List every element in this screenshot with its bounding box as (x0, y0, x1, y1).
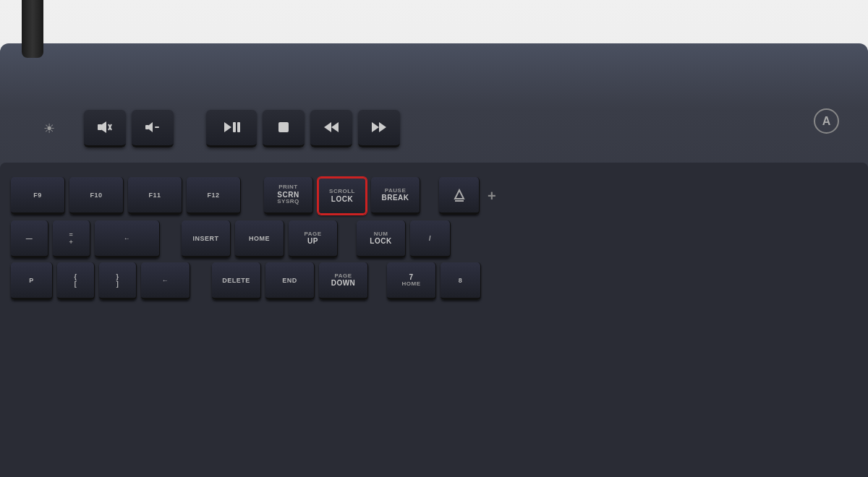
f-key-row: F9 F10 F11 F12 PRINT SCRN SYSRQ (11, 177, 857, 215)
play-pause-key[interactable] (206, 110, 257, 147)
svg-marker-5 (149, 122, 153, 132)
scroll-lock-key[interactable]: SCROLL LOCK (318, 177, 367, 215)
up-label: UP (307, 237, 318, 245)
backspace-key[interactable]: ← (95, 220, 160, 258)
plus-icon: + (488, 188, 496, 205)
insert-key[interactable]: INSERT (182, 220, 231, 258)
dash-label: — (26, 235, 33, 242)
close-brace: } (116, 273, 119, 280)
num8-label: 8 (459, 277, 463, 284)
close-bracket-key[interactable]: } ] (99, 262, 137, 300)
backslash-key[interactable]: ← (141, 262, 190, 300)
svg-marker-1 (102, 121, 106, 133)
keys-area: F9 F10 F11 F12 PRINT SCRN SYSRQ (0, 163, 868, 477)
page-down-key[interactable]: PAGE DOWN (319, 262, 368, 300)
prev-key[interactable] (310, 110, 352, 147)
keyboard-body: ☀ (0, 43, 868, 477)
brand-logo: A (814, 108, 839, 134)
p-label: P (29, 277, 34, 284)
svg-marker-12 (324, 122, 331, 132)
f10-label: F10 (90, 192, 102, 199)
num-lock-key[interactable]: NUM LOCK (357, 220, 406, 258)
break-label: BREAK (381, 194, 409, 202)
page-dn-label: PAGE (334, 273, 352, 280)
brightness-icon: ☀ (43, 121, 55, 137)
num-label: NUM (374, 231, 388, 238)
backspace-label: ← (124, 235, 131, 242)
dash-key[interactable]: — (11, 220, 48, 258)
media-group-2 (206, 110, 400, 147)
lock-label: LOCK (331, 195, 353, 203)
svg-marker-7 (224, 122, 231, 132)
svg-marker-13 (372, 122, 379, 132)
num7-home: HOME (402, 281, 421, 288)
f12-key[interactable]: F12 (187, 177, 241, 215)
open-bracket-key[interactable]: { [ (57, 262, 95, 300)
equals-top: = (69, 231, 74, 239)
f9-key[interactable]: F9 (11, 177, 65, 215)
open-brace: { (74, 273, 77, 280)
close-bracket: ] (116, 280, 119, 288)
plus-label-small: + (69, 239, 74, 246)
equals-key[interactable]: = + (53, 220, 90, 258)
numpad-slash-key[interactable]: / (410, 220, 451, 258)
p-key[interactable]: P (11, 262, 53, 300)
enter-small-label: ← (162, 277, 169, 284)
delete-key[interactable]: DELETE (212, 262, 261, 300)
main-row-1: — = + ← INSERT HOME PAGE (11, 220, 857, 258)
keyboard-scene: ☀ (0, 0, 868, 477)
insert-label: INSERT (192, 235, 218, 242)
f11-key[interactable]: F11 (128, 177, 182, 215)
home-key[interactable]: HOME (235, 220, 284, 258)
svg-marker-11 (331, 122, 339, 132)
numlock-label: LOCK (370, 237, 391, 245)
svg-rect-4 (145, 125, 149, 129)
pause-label: PAUSE (385, 188, 406, 194)
f12-label: F12 (207, 192, 219, 199)
svg-rect-9 (237, 122, 240, 132)
page-label: PAGE (304, 231, 321, 238)
f11-label: F11 (148, 192, 161, 199)
media-group-1 (84, 110, 174, 147)
media-row: ☀ (0, 98, 868, 159)
special-key-1[interactable] (439, 177, 480, 215)
pause-break-key[interactable]: PAUSE BREAK (371, 177, 420, 215)
volume-down-key[interactable] (132, 110, 174, 147)
numpad-7-key[interactable]: 7 HOME (387, 262, 436, 300)
open-bracket: [ (75, 280, 77, 288)
stop-key[interactable] (263, 110, 305, 147)
mute-key[interactable] (84, 110, 126, 147)
print-screen-key[interactable]: PRINT SCRN SYSRQ (264, 177, 313, 215)
end-label: END (282, 277, 297, 284)
f9-label: F9 (33, 192, 42, 199)
f10-key[interactable]: F10 (69, 177, 124, 215)
numpad-8-key[interactable]: 8 (441, 262, 481, 300)
svg-marker-14 (379, 122, 386, 132)
next-key[interactable] (358, 110, 400, 147)
numpad-slash-label: / (429, 235, 431, 242)
print-label: PRINT (278, 184, 298, 191)
down-label: DOWN (331, 279, 356, 287)
main-row-2: P { [ } ] ← DELETE E (11, 262, 857, 300)
page-up-key[interactable]: PAGE UP (289, 220, 338, 258)
sysrq-label: SYSRQ (277, 199, 299, 205)
delete-label: DELETE (222, 277, 250, 284)
svg-rect-6 (155, 126, 159, 128)
usb-cable (22, 0, 43, 58)
home-label: HOME (249, 235, 270, 242)
end-key[interactable]: END (265, 262, 315, 300)
svg-rect-0 (98, 124, 102, 130)
svg-marker-15 (455, 190, 464, 199)
num7-label: 7 (409, 273, 413, 281)
svg-rect-10 (278, 122, 289, 132)
scroll-label: SCROLL (329, 189, 355, 195)
svg-rect-8 (233, 122, 236, 132)
